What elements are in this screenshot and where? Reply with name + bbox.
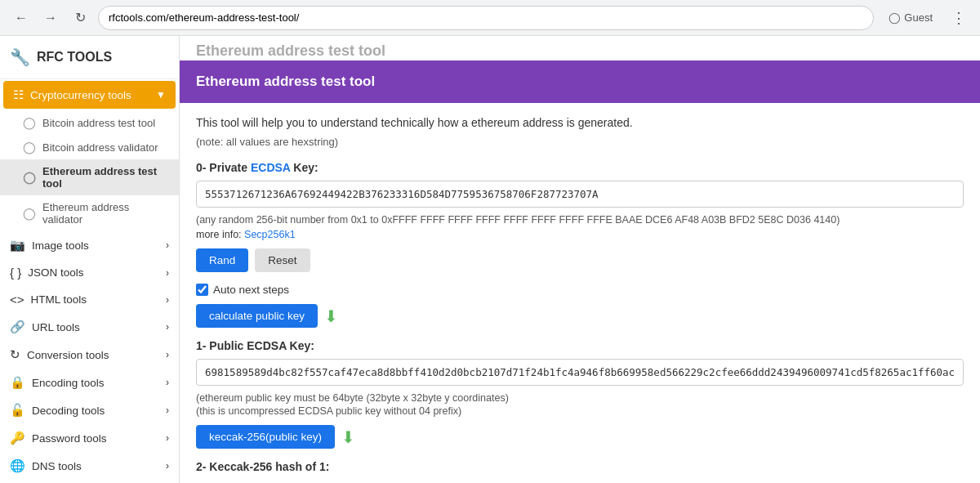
back-button[interactable]: ←	[10, 7, 33, 29]
sidebar-item-json[interactable]: { } JSON tools ›	[0, 259, 179, 286]
account-icon: ◯	[889, 11, 901, 24]
braces-icon: { }	[10, 266, 21, 280]
logo-text: RFC TOOLS	[37, 50, 112, 65]
circle-icon: ◯	[23, 171, 36, 184]
keccak-button[interactable]: keccak-256(public key)	[196, 425, 335, 449]
chevron-down-icon: ▼	[156, 89, 166, 101]
tool-header: Ethereum address test tool	[180, 60, 980, 103]
sidebar: 🔧 RFC TOOLS ☷ Cryptocurrency tools ▼ ◯ B…	[0, 36, 180, 483]
chevron-right-icon: ›	[166, 239, 169, 251]
sidebar-item-label: Bitcoin address test tool	[42, 117, 155, 129]
private-key-input[interactable]	[196, 181, 964, 208]
sidebar-section-label: Conversion tools	[27, 349, 109, 361]
sidebar-item-html[interactable]: <> HTML tools ›	[0, 286, 179, 313]
chevron-right-icon: ›	[166, 460, 169, 472]
sidebar-section-label: Decoding tools	[32, 405, 105, 417]
page-title-partial: Ethereum address test tool	[180, 36, 980, 60]
guest-button[interactable]: ◯ Guest	[880, 8, 941, 27]
sidebar-section-label: DNS tools	[32, 460, 82, 472]
down-arrow-icon: ⬇	[324, 306, 338, 326]
sidebar-section-label: Encoding tools	[32, 377, 105, 389]
section0-label: 0- Private ECDSA Key:	[196, 161, 964, 174]
sidebar-item-conversion[interactable]: ↻ Conversion tools ›	[0, 341, 179, 369]
sidebar-item-label: Ethereum address test tool	[42, 165, 169, 190]
lock-icon: 🔒	[10, 375, 25, 390]
chevron-right-icon: ›	[166, 432, 169, 444]
tool-description: This tool will help you to understand te…	[196, 116, 964, 129]
key-icon: 🔑	[10, 431, 25, 445]
rand-reset-row: Rand Reset	[196, 248, 964, 272]
private-key-hint: (any random 256-bit number from 0x1 to 0…	[196, 214, 964, 226]
sidebar-logo: 🔧 RFC TOOLS	[0, 36, 179, 79]
sidebar-item-bitcoin-address-validator[interactable]: ◯ Bitcoin address validator	[0, 135, 179, 159]
browser-chrome: ← → ↻ ◯ Guest ⋮	[0, 0, 980, 36]
chevron-right-icon: ›	[166, 405, 169, 416]
tool-note: (note: all values are hexstring)	[196, 136, 964, 148]
circle-icon: ◯	[23, 116, 36, 129]
tool-body: This tool will help you to understand te…	[180, 103, 980, 483]
section2-label: 2- Keccak-256 hash of 1:	[196, 460, 964, 473]
chevron-right-icon: ›	[166, 321, 169, 333]
section2: 2- Keccak-256 hash of 1:	[196, 460, 964, 473]
reload-button[interactable]: ↻	[69, 7, 91, 29]
more-info: more info: Secp256k1	[196, 229, 964, 240]
calc-public-key-button[interactable]: calculate public key	[196, 304, 318, 328]
sidebar-item-ethereum-address-test[interactable]: ◯ Ethereum address test tool	[0, 159, 179, 195]
chevron-right-icon: ›	[166, 294, 169, 306]
reset-button[interactable]: Reset	[255, 248, 310, 272]
link-icon: 🔗	[10, 320, 25, 334]
down-arrow-icon2: ⬇	[341, 427, 355, 447]
public-key-hint2: (this is uncompressed ECDSA public key w…	[196, 405, 964, 417]
logo-icon: 🔧	[10, 47, 30, 67]
sidebar-item-dns[interactable]: 🌐 DNS tools ›	[0, 452, 179, 480]
sidebar-item-whois[interactable]: 🔍 Whois tools ›	[0, 480, 179, 483]
browser-menu-button[interactable]: ⋮	[947, 7, 970, 29]
circle-icon: ◯	[23, 207, 36, 220]
sidebar-section-label: HTML tools	[31, 293, 87, 306]
code-icon: <>	[10, 293, 24, 306]
sidebar-section-label: URL tools	[32, 321, 80, 333]
chevron-right-icon: ›	[166, 267, 169, 279]
sidebar-section-label: Password tools	[32, 432, 107, 445]
sidebar-item-label: Ethereum address validator	[42, 201, 169, 226]
sidebar-section-label: JSON tools	[28, 266, 83, 279]
sidebar-item-url[interactable]: 🔗 URL tools ›	[0, 313, 179, 341]
keccak-btn-row: keccak-256(public key) ⬇	[196, 425, 964, 449]
sidebar-item-label: Bitcoin address validator	[42, 141, 158, 154]
section1: 1- Public ECDSA Key: (ethereum public ke…	[196, 339, 964, 449]
globe-icon: 🌐	[10, 458, 25, 473]
sidebar-item-encoding[interactable]: 🔒 Encoding tools ›	[0, 369, 179, 396]
guest-label: Guest	[904, 11, 933, 24]
sidebar-item-password[interactable]: 🔑 Password tools ›	[0, 424, 179, 452]
chevron-right-icon: ›	[166, 349, 169, 360]
image-icon: 📷	[10, 238, 25, 253]
ecdsa-link[interactable]: ECDSA	[251, 161, 291, 174]
sidebar-item-ethereum-address-validator[interactable]: ◯ Ethereum address validator	[0, 195, 179, 231]
unlock-icon: 🔓	[10, 403, 25, 418]
sidebar-item-decoding[interactable]: 🔓 Decoding tools ›	[0, 396, 179, 424]
circle-icon: ◯	[23, 141, 36, 154]
sidebar-section-label: Image tools	[32, 239, 89, 252]
forward-button[interactable]: →	[39, 7, 62, 29]
auto-next-checkbox[interactable]	[196, 284, 208, 296]
rand-button[interactable]: Rand	[196, 248, 248, 272]
section1-label: 1- Public ECDSA Key:	[196, 339, 964, 352]
sidebar-item-bitcoin-address-test[interactable]: ◯ Bitcoin address test tool	[0, 110, 179, 135]
tool-title: Ethereum address test tool	[196, 74, 375, 89]
grid-icon: ☷	[13, 87, 24, 102]
public-key-hint1: (ethereum public key must be 64byte (32b…	[196, 392, 964, 404]
auto-next-row: Auto next steps	[196, 284, 964, 296]
refresh-icon: ↻	[10, 347, 20, 362]
auto-next-label: Auto next steps	[213, 284, 289, 296]
sidebar-section-label: Cryptocurrency tools	[30, 89, 131, 101]
sidebar-item-image[interactable]: 📷 Image tools ›	[0, 231, 179, 259]
chevron-right-icon: ›	[166, 377, 169, 388]
main-content: Ethereum address test tool Ethereum addr…	[180, 36, 980, 483]
address-bar[interactable]	[98, 6, 874, 30]
cryptocurrency-submenu: ◯ Bitcoin address test tool ◯ Bitcoin ad…	[0, 110, 179, 231]
calc-public-key-row: calculate public key ⬇	[196, 304, 964, 328]
secp256k1-link[interactable]: Secp256k1	[244, 229, 296, 240]
public-key-input[interactable]	[196, 359, 964, 386]
sidebar-item-cryptocurrency[interactable]: ☷ Cryptocurrency tools ▼	[3, 81, 176, 109]
